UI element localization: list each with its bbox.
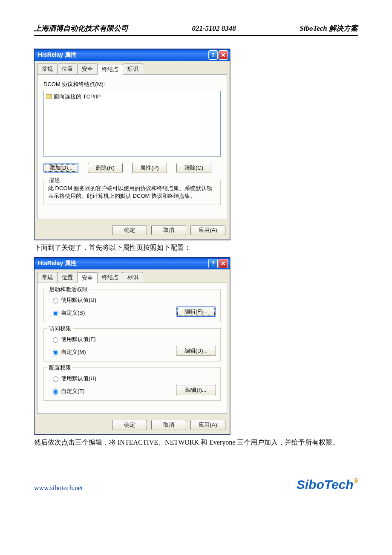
edit-button[interactable]: 编辑(I)... <box>176 385 216 395</box>
page-header: 上海泗博自动化技术有限公司 021-5102 8348 SiboTech 解决方… <box>34 23 358 36</box>
apply-button[interactable]: 应用(A) <box>190 420 225 430</box>
radio-label: 自定义(T) <box>61 387 85 395</box>
radio-input[interactable] <box>53 298 58 304</box>
edit-button[interactable]: 编辑(D)... <box>176 346 216 356</box>
ok-button[interactable]: 确定 <box>112 420 147 430</box>
radio-input[interactable] <box>53 350 58 356</box>
group-legend: 配置权限 <box>47 364 73 372</box>
properties-button[interactable]: 属性(P) <box>132 163 167 173</box>
access-perm-group: 访问权限 使用默认值(F) 自定义(M) 编辑(D)... <box>43 328 221 361</box>
cancel-button[interactable]: 取消 <box>151 225 186 235</box>
tab-strip: 常规 位置 安全 终结点 标识 <box>37 64 227 74</box>
tab-general[interactable]: 常规 <box>37 64 58 74</box>
dialog-footer: 确定 取消 应用(A) <box>35 222 230 240</box>
radio-input[interactable] <box>53 389 58 395</box>
tab-general[interactable]: 常规 <box>37 272 58 283</box>
sibotech-logo: SiboTech® <box>297 477 358 492</box>
help-button[interactable]: ? <box>208 50 218 60</box>
radio-input[interactable] <box>53 311 58 316</box>
apply-button[interactable]: 应用(A) <box>190 225 225 235</box>
tab-security[interactable]: 安全 <box>77 272 98 283</box>
edit-button[interactable]: 编辑(E)... <box>176 306 216 317</box>
page-footer: www.sibotech.net SiboTech® <box>34 477 358 492</box>
cancel-button[interactable]: 取消 <box>151 420 186 430</box>
title-bar[interactable]: HisRelay 属性 ? ✕ <box>35 49 230 61</box>
footer-url: www.sibotech.net <box>34 484 83 492</box>
close-button[interactable]: ✕ <box>219 259 228 268</box>
title-bar[interactable]: HisRelay 属性 ? ✕ <box>35 257 230 269</box>
endpoint-listbox[interactable]: 面向连接的 TCP/IP <box>43 91 221 157</box>
tab-endpoints[interactable]: 终结点 <box>97 272 123 283</box>
remove-button[interactable]: 删除(R) <box>88 163 123 173</box>
radio-input[interactable] <box>53 376 58 382</box>
radio-default[interactable]: 使用默认值(U) <box>51 296 216 304</box>
radio-label: 使用默认值(F) <box>61 335 96 343</box>
description-group: 描述 此 DCOM 服务器的客户端可以使用的协议和终结点集。系统默认项表示将使用… <box>43 180 221 205</box>
radio-custom[interactable]: 自定义(M) <box>51 348 86 356</box>
radio-label: 使用默认值(U) <box>61 296 96 304</box>
tab-panel-endpoints: DCOM 协议和终结点(M): 面向连接的 TCP/IP 添加(D)... 删除… <box>37 74 227 219</box>
add-button[interactable]: 添加(D)... <box>43 163 78 173</box>
company-phone: 021-5102 8348 <box>192 24 236 33</box>
window-title: HisRelay 属性 <box>38 51 77 59</box>
tab-endpoints[interactable]: 终结点 <box>97 64 123 75</box>
radio-label: 使用默认值(U) <box>61 375 96 382</box>
close-button[interactable]: ✕ <box>219 50 228 60</box>
tab-panel-security: 启动和激活权限 使用默认值(U) 自定义(S) 编辑(E)... 访问权限 <box>37 283 227 414</box>
radio-input[interactable] <box>53 337 58 343</box>
tab-security[interactable]: 安全 <box>77 64 98 74</box>
radio-default[interactable]: 使用默认值(F) <box>51 335 216 343</box>
list-item[interactable]: 面向连接的 TCP/IP <box>45 92 219 101</box>
radio-default[interactable]: 使用默认值(U) <box>51 375 216 382</box>
config-perm-group: 配置权限 使用默认值(U) 自定义(T) 编辑(I)... <box>43 367 221 401</box>
window-title: HisRelay 属性 <box>38 260 77 267</box>
solution-title: SiboTech 解决方案 <box>300 23 358 33</box>
dialog-hisrelay-security: HisRelay 属性 ? ✕ 常规 位置 安全 终结点 标识 启动和激活权限 … <box>34 257 230 435</box>
mid-instruction-text: 下面到了关键了，首先将以下属性页按照如下配置： <box>34 243 358 253</box>
tab-identity[interactable]: 标识 <box>123 64 143 74</box>
radio-label: 自定义(M) <box>61 348 86 356</box>
tail-instruction-text: 然后依次点击三个编辑，将 INTEACTIVE、NETWORK 和 Everyo… <box>34 437 358 448</box>
tab-location[interactable]: 位置 <box>57 64 78 74</box>
clear-button[interactable]: 清除(C) <box>176 163 211 173</box>
tab-strip: 常规 位置 安全 终结点 标识 <box>37 272 227 283</box>
tab-location[interactable]: 位置 <box>57 272 78 283</box>
dialog-hisrelay-endpoints: HisRelay 属性 ? ✕ 常规 位置 安全 终结点 标识 DCOM 协议和… <box>34 49 230 240</box>
radio-label: 自定义(S) <box>61 309 85 317</box>
group-legend: 启动和激活权限 <box>47 286 89 293</box>
help-button[interactable]: ? <box>208 259 218 268</box>
tab-identity[interactable]: 标识 <box>123 272 143 283</box>
group-legend: 描述 <box>47 176 62 184</box>
description-text: 此 DCOM 服务器的客户端可以使用的协议和终结点集。系统默认项表示将使用的、此… <box>48 185 216 199</box>
radio-custom[interactable]: 自定义(T) <box>51 387 85 395</box>
list-item-label: 面向连接的 TCP/IP <box>54 93 101 101</box>
radio-custom[interactable]: 自定义(S) <box>51 309 85 317</box>
ok-button[interactable]: 确定 <box>112 225 147 235</box>
endpoint-label: DCOM 协议和终结点(M): <box>43 81 221 88</box>
dialog-footer: 确定 取消 应用(A) <box>35 416 230 434</box>
group-legend: 访问权限 <box>47 325 73 332</box>
company-name: 上海泗博自动化技术有限公司 <box>34 23 128 33</box>
launch-activate-group: 启动和激活权限 使用默认值(U) 自定义(S) 编辑(E)... <box>43 289 221 322</box>
protocol-icon <box>46 94 52 99</box>
